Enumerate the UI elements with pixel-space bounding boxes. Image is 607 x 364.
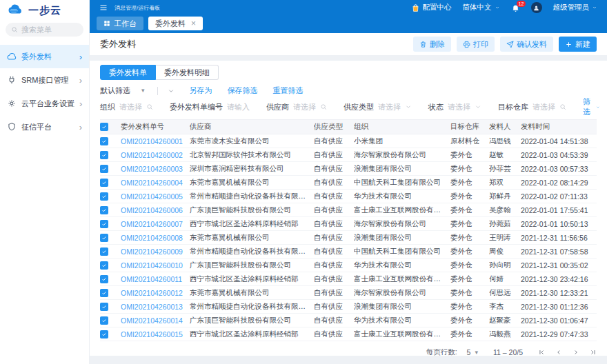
order-no-link[interactable]: OMI202104260008: [121, 234, 190, 242]
confirm-issue-button[interactable]: 确认发料: [500, 37, 553, 52]
delete-button[interactable]: 删除: [413, 37, 451, 52]
next-page-button[interactable]: [573, 349, 579, 356]
order-no-link[interactable]: OMI202104260004: [121, 179, 190, 187]
sidebar-item-3[interactable]: 云平台业务设置 ›: [0, 92, 89, 115]
sidebar-item-1[interactable]: 委外发料 ›: [0, 45, 89, 68]
table-row[interactable]: OMI202104260005 常州市精顺捷自动化设备科技有限公司 自有供应 华…: [100, 190, 597, 203]
table-row[interactable]: OMI202104260001 东莞市凌木实业有限公司 自有供应 小米集团 原材…: [100, 134, 597, 148]
row-checkbox[interactable]: [100, 275, 108, 283]
filter-field-2[interactable]: 委外发料单编号 请输入: [170, 102, 250, 112]
order-no-link[interactable]: OMI202104260003: [121, 165, 190, 173]
row-checkbox[interactable]: [100, 137, 108, 145]
filter-field-1[interactable]: 组织 请选择: [100, 102, 153, 112]
row-checkbox[interactable]: [100, 151, 108, 159]
row-checkbox[interactable]: [100, 192, 108, 201]
table-row[interactable]: OMI202104260012 东莞市嘉翼机械有限公司 自有供应 海尔智家股份有…: [100, 286, 597, 300]
org-cell: 富士康工业互联网股份有限公司: [354, 274, 450, 284]
filter-field-5[interactable]: 状态 请选择: [428, 102, 481, 112]
row-checkbox[interactable]: [100, 234, 108, 242]
tab-workbench[interactable]: 工作台: [97, 17, 143, 30]
table-row[interactable]: OMI202104260014 广东顶巨智能科技股份有限公司 自有供应 华为技术…: [100, 314, 597, 327]
column-header-warehouse[interactable]: 目标仓库: [450, 122, 489, 132]
order-no-link[interactable]: OMI202104260005: [121, 192, 190, 201]
column-header-supplier[interactable]: 供应商: [190, 122, 314, 132]
chevron-down-icon: [475, 103, 481, 110]
order-no-link[interactable]: OMI202104260006: [121, 206, 190, 214]
row-checkbox[interactable]: [100, 330, 108, 338]
issue-time-cell: 2021-12-30 01:12:36: [521, 303, 597, 311]
table-row[interactable]: OMI202104260010 广东顶巨智能科技股份有限公司 自有供应 华为技术…: [100, 259, 597, 272]
page-tab-bar: 工作台 委外发料 ×: [90, 15, 607, 33]
table-row[interactable]: OMI202104260002 北京智邦国际软件技术有限公司 自有供应 海尔智家…: [100, 148, 597, 162]
order-no-link[interactable]: OMI202104260013: [121, 303, 190, 311]
table-row[interactable]: OMI202104260015 西宁市城北区圣达涂料原料经销部 自有供应 富士康…: [100, 327, 597, 341]
print-button[interactable]: 打印: [457, 37, 495, 52]
table-row[interactable]: OMI202104260004 东莞市嘉翼机械有限公司 自有供应 中国航天科工集…: [100, 176, 597, 190]
order-no-link[interactable]: OMI202104260012: [121, 289, 190, 297]
row-checkbox[interactable]: [100, 289, 108, 297]
sidebar-item-4[interactable]: 征信平台 ›: [0, 115, 89, 139]
subtab-issue-details[interactable]: 委外发料明细: [156, 65, 219, 80]
order-no-link[interactable]: OMI202104260014: [121, 316, 190, 325]
row-checkbox[interactable]: [100, 247, 108, 256]
preset-filter-select[interactable]: 默认筛选 ▾: [100, 85, 145, 96]
menu-search-input[interactable]: 搜索菜单: [6, 23, 83, 37]
order-no-link[interactable]: OMI202104260009: [121, 247, 190, 256]
table-row[interactable]: OMI202104260011 西宁市城北区圣达涂料原料经销部 自有供应 富士康…: [100, 272, 597, 286]
table-row[interactable]: OMI202104260003 深圳市嘉润精密科技有限公司 自有供应 浪潮集团有…: [100, 162, 597, 176]
issue-time-cell: 2021-12-30 12:33:21: [521, 289, 597, 297]
tab-outsource-issue[interactable]: 委外发料 ×: [148, 17, 203, 30]
create-button[interactable]: 新建: [559, 37, 597, 52]
row-checkbox[interactable]: [100, 179, 108, 187]
row-checkbox[interactable]: [100, 165, 108, 173]
order-no-link[interactable]: OMI202104260011: [121, 275, 190, 283]
supplier-cell: 西宁市城北区圣达涂料原料经销部: [190, 330, 314, 339]
table-row[interactable]: OMI202104260006 广东顶巨智能科技股份有限公司 自有供应 富士康工…: [100, 203, 597, 217]
chevron-down-icon[interactable]: [168, 88, 175, 94]
title-bar: 委外发料 删除 打印 确认发料 新建: [90, 33, 607, 55]
reset-filter-link[interactable]: 重置筛选: [273, 85, 304, 96]
notification-bell[interactable]: 12: [511, 3, 520, 12]
table-row[interactable]: OMI202104260009 常州市精顺捷自动化设备科技有限公司 自有供应 中…: [100, 245, 597, 259]
config-center-link[interactable]: 配置中心: [411, 3, 452, 12]
order-no-link[interactable]: OMI202104260015: [121, 330, 190, 338]
supplier-cell: 东莞市嘉翼机械有限公司: [190, 178, 314, 188]
row-checkbox[interactable]: [100, 316, 108, 325]
subtab-issue-orders[interactable]: 委外发料单: [100, 65, 156, 80]
row-checkbox[interactable]: [100, 303, 108, 311]
divider: [157, 87, 158, 95]
close-icon[interactable]: ×: [191, 19, 196, 28]
app-logo[interactable]: 一步云: [0, 0, 89, 21]
row-checkbox[interactable]: [100, 261, 108, 270]
column-header-time[interactable]: 发料时间: [521, 122, 597, 132]
filter-field-4[interactable]: 供应类型 请选择: [344, 102, 412, 112]
table-row[interactable]: OMI202104260013 常州市精顺捷自动化设备科技有限公司 自有供应 浪…: [100, 300, 597, 314]
save-as-link[interactable]: 另存为: [190, 85, 212, 96]
language-switcher[interactable]: 简体中文: [463, 3, 500, 12]
column-header-supply-type[interactable]: 供应类型: [314, 122, 354, 132]
table-row[interactable]: OMI202104260008 东莞市嘉翼机械有限公司 自有供应 浪潮集团有限公…: [100, 231, 597, 245]
sidebar-item-label: 委外发料: [21, 52, 74, 62]
filter-field-6[interactable]: 目标仓库 请选择: [498, 102, 566, 112]
column-header-issuer[interactable]: 发料人: [489, 122, 521, 132]
order-no-link[interactable]: OMI202104260007: [121, 220, 190, 228]
table-row[interactable]: OMI202104260007 西宁市城北区圣达涂料原料经销部 自有供应 海尔智…: [100, 217, 597, 231]
sidebar-item-2[interactable]: SRM接口管理 ›: [0, 68, 89, 92]
user-menu[interactable]: 超级管理员: [553, 3, 598, 12]
row-checkbox[interactable]: [100, 206, 108, 214]
last-page-button[interactable]: [590, 349, 597, 356]
order-no-link[interactable]: OMI202104260001: [121, 137, 190, 145]
avatar[interactable]: [531, 2, 542, 13]
column-header-org[interactable]: 组织: [354, 122, 450, 132]
prev-page-button[interactable]: [555, 349, 562, 356]
more-filters-link[interactable]: 筛选: [583, 97, 600, 117]
save-filter-link[interactable]: 保存筛选: [228, 85, 258, 96]
row-checkbox[interactable]: [100, 220, 108, 228]
select-all-checkbox[interactable]: [100, 123, 108, 131]
order-no-link[interactable]: OMI202104260010: [121, 261, 190, 270]
hamburger-icon[interactable]: [99, 3, 108, 12]
first-page-button[interactable]: [538, 349, 545, 356]
column-header-order-no[interactable]: 委外发料单号: [121, 122, 190, 132]
order-no-link[interactable]: OMI202104260002: [121, 151, 190, 159]
filter-field-3[interactable]: 供应商 请选择: [266, 102, 327, 112]
